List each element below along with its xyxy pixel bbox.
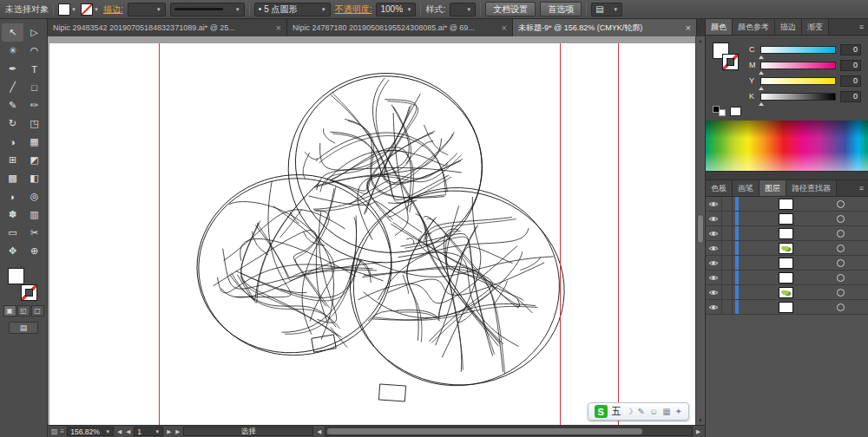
panel-divider[interactable] <box>706 171 868 180</box>
slice-tool[interactable]: ✂ <box>23 224 45 242</box>
visibility-eye-icon[interactable] <box>706 256 722 270</box>
channel-value-input[interactable]: 0 <box>840 91 861 102</box>
stroke-color-picker[interactable]: ▼ <box>81 3 99 16</box>
layer-row[interactable] <box>706 271 868 285</box>
rectangle-tool[interactable]: □ <box>23 78 45 96</box>
target-circle-icon[interactable] <box>837 230 845 238</box>
dropdown-arrow-icon[interactable]: ▼ <box>407 7 412 12</box>
hand-tool[interactable]: ✥ <box>2 242 23 260</box>
first-artboard-button[interactable]: ◀ <box>116 428 122 435</box>
visibility-eye-icon[interactable] <box>706 197 722 211</box>
align-options-menu[interactable]: ▤ ▼ <box>591 3 622 16</box>
target-circle-icon[interactable] <box>837 245 845 252</box>
tab-color-guide[interactable]: 颜色参考 <box>733 19 775 35</box>
stroke-weight-dropdown[interactable]: ▼ <box>128 3 166 16</box>
channel-slider[interactable] <box>760 93 836 101</box>
channel-slider[interactable] <box>760 62 836 69</box>
width-tool[interactable]: ◑ <box>2 133 23 151</box>
emoji-icon[interactable]: ☺ <box>649 408 658 416</box>
paintbrush-tool[interactable]: ✎ <box>2 96 23 114</box>
moon-icon[interactable]: ☽ <box>626 408 634 416</box>
document-setup-button[interactable]: 文档设置 <box>485 2 536 16</box>
keyboard-icon[interactable]: ▦ <box>662 408 670 416</box>
tab-layers[interactable]: 图层 <box>760 180 786 196</box>
type-tool[interactable]: T <box>23 60 45 78</box>
tab-gradient[interactable]: 渐变 <box>802 19 829 35</box>
default-colors-icon[interactable] <box>713 106 726 116</box>
artboard[interactable] <box>49 43 695 425</box>
blend-tool[interactable]: ◎ <box>23 187 45 205</box>
lock-cell[interactable] <box>722 256 733 270</box>
free-transform-tool[interactable]: ▦ <box>23 133 45 151</box>
lock-cell[interactable] <box>722 241 733 255</box>
stroke-profile-dropdown[interactable]: ▼ <box>170 3 245 16</box>
artboard-tool[interactable]: ▭ <box>2 224 23 242</box>
dropdown-arrow-icon[interactable]: ▼ <box>71 7 76 12</box>
screen-mode-button[interactable]: ▤ <box>9 322 38 334</box>
target-circle-icon[interactable] <box>837 303 845 311</box>
color-spectrum[interactable] <box>706 121 868 171</box>
target-circle-icon[interactable] <box>837 289 845 297</box>
dropdown-arrow-icon[interactable]: ▼ <box>155 429 160 434</box>
lasso-tool[interactable]: ◠ <box>23 42 45 60</box>
scroll-down-button[interactable]: ▼ <box>696 416 705 425</box>
stroke-panel-link[interactable]: 描边: <box>103 3 123 16</box>
dropdown-arrow-icon[interactable]: ▼ <box>613 7 618 12</box>
document-tab[interactable]: Nipic 24787180 20190508195524308085.ai* … <box>287 19 513 36</box>
tab-close-icon[interactable]: × <box>502 23 507 33</box>
lock-cell[interactable] <box>722 285 733 299</box>
vertical-scrollbar-thumb[interactable] <box>697 214 704 244</box>
visibility-eye-icon[interactable] <box>706 241 722 255</box>
style-dropdown[interactable]: ▼ <box>450 3 476 16</box>
symbol-sprayer-tool[interactable]: ✽ <box>2 205 23 224</box>
lock-cell[interactable] <box>722 212 733 225</box>
visibility-eye-icon[interactable] <box>706 285 722 299</box>
column-graph-tool[interactable]: ▥ <box>23 205 45 224</box>
eyedropper-tool[interactable]: ◗ <box>2 187 23 205</box>
layer-row[interactable] <box>706 197 868 212</box>
ime-toolbar[interactable]: S 五 ☽✎☺▦✦ <box>588 402 689 421</box>
white-swatch[interactable] <box>730 107 741 116</box>
preferences-button[interactable]: 首选项 <box>540 2 582 16</box>
brush-definition-dropdown[interactable]: • 5 点圆形 ▼ <box>254 3 331 16</box>
tab-pathfinder[interactable]: 路径查找器 <box>786 180 837 196</box>
lock-cell[interactable] <box>722 226 733 240</box>
scroll-right-button[interactable]: ▶ <box>695 428 701 435</box>
fill-stroke-swatches[interactable] <box>713 42 742 74</box>
layer-row[interactable] <box>706 241 868 256</box>
direct-selection-tool[interactable]: ▷ <box>23 23 45 42</box>
visibility-eye-icon[interactable] <box>706 271 722 284</box>
last-artboard-button[interactable]: ▶ <box>174 428 181 435</box>
tab-stroke[interactable]: 描边 <box>775 19 802 35</box>
layer-row[interactable] <box>706 256 868 271</box>
opacity-panel-link[interactable]: 不透明度: <box>335 3 372 16</box>
panel-menu-icon[interactable]: ≡ <box>855 180 868 196</box>
toolbox-icon[interactable]: ✦ <box>675 408 682 416</box>
target-circle-icon[interactable] <box>837 274 845 282</box>
prev-artboard-button[interactable]: ◀ <box>125 428 131 435</box>
channel-slider[interactable] <box>760 46 836 54</box>
toolbar-color-swatches[interactable] <box>8 268 39 301</box>
stroke-swatch[interactable] <box>21 284 37 301</box>
draw-behind-button[interactable]: ◱ <box>17 305 30 316</box>
lock-cell[interactable] <box>722 197 733 211</box>
next-artboard-button[interactable]: ▶ <box>166 428 172 435</box>
artboard-navigation-dropdown[interactable]: 1 ▼ <box>134 427 163 436</box>
panel-menu-icon[interactable]: ≡ <box>855 19 868 35</box>
tab-swatches[interactable]: 色板 <box>706 180 733 196</box>
tab-color[interactable]: 颜色 <box>706 19 733 35</box>
vertical-scrollbar[interactable]: ▲ ▼ <box>695 36 705 425</box>
layer-row[interactable] <box>706 285 868 300</box>
mesh-tool[interactable]: ▩ <box>2 169 23 187</box>
pencil-tool[interactable]: ✏ <box>23 96 45 114</box>
stroke-swatch[interactable] <box>722 54 739 70</box>
status-display[interactable]: 选择 <box>183 427 313 436</box>
target-circle-icon[interactable] <box>837 259 845 267</box>
layer-row[interactable] <box>706 226 868 241</box>
channel-value-input[interactable]: 0 <box>840 60 861 71</box>
dropdown-arrow-icon[interactable]: ▼ <box>94 7 99 12</box>
tab-close-icon[interactable]: × <box>276 23 281 33</box>
pen-tool[interactable]: ✒ <box>2 60 23 78</box>
document-tab[interactable]: Nipic 29483542 20190705184832371089.ai* … <box>48 19 287 36</box>
visibility-eye-icon[interactable] <box>706 226 722 240</box>
